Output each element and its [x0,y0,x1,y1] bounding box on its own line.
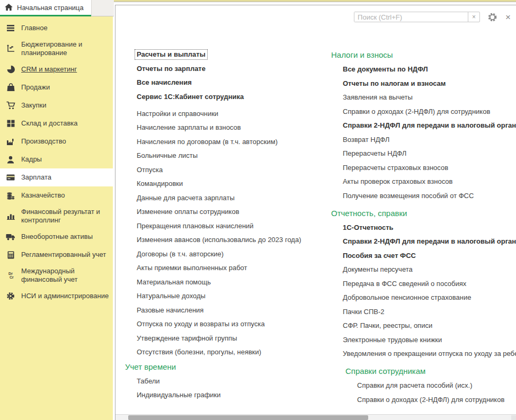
person-icon [0,156,21,164]
menu-item[interactable]: Натуральные доходы [137,292,334,300]
sidebar-item-label: Бюджетирование и планирование [21,40,110,57]
menu-item[interactable]: Справки о доходах (2-НДФЛ) для сотрудник… [357,396,516,404]
sidebar-item-admin[interactable]: НСИ и администрирование [0,287,113,305]
menu-item[interactable]: Перерасчеты НДФЛ [343,149,516,158]
pie-chart-icon [0,65,21,74]
settings-gear-button[interactable] [487,12,497,22]
menu-item[interactable]: Больничные листы [137,151,334,160]
sidebar-item-label: Склад и доставка [21,119,78,128]
group-title[interactable]: Налоги и взносы [331,50,516,60]
group-title[interactable]: Учет времени [125,362,334,372]
menu-item[interactable]: Акты приемки выполненных работ [137,264,334,272]
menu-item[interactable]: Справки 2-НДФЛ для передачи в налоговый … [343,237,516,246]
menu-item[interactable]: 1С-Отчетность [343,224,516,232]
section-menu-panel: × × Расчеты и выплаты Отчеты по зарплате… [115,5,516,420]
sidebar-item-regulated[interactable]: Регламентированный учет [0,246,113,264]
group-title[interactable]: Справки сотрудникам [345,367,516,376]
menu-item[interactable]: Разовые начисления [137,306,334,315]
sidebar-item-main[interactable]: Главное [0,19,113,37]
menu-column-left: Расчеты и выплаты Отчеты по зарплате Все… [125,50,334,405]
menu-item[interactable]: Электронные трудовые книжки [343,336,516,344]
menu-group-reports: Отчетность, справки 1С-Отчетность Справк… [331,209,516,359]
tab-home[interactable]: Начальная страница [0,0,91,16]
horizontal-scrollbar[interactable] [115,414,516,420]
menu-group-certificates: Справки сотрудникам Справки для расчета … [345,367,516,404]
sidebar-item-warehouse[interactable]: Склад и доставка [0,114,113,132]
menu-item[interactable]: Прекращения плановых начислений [137,222,334,230]
menu-item[interactable]: Документы персучета [343,265,516,274]
bar-chart-icon [0,212,21,220]
menu-group-taxes: Налоги и взносы Все документы по НДФЛ От… [331,50,516,200]
menu-item[interactable]: Материальная помощь [137,278,334,287]
truck-icon [0,233,21,240]
menu-item[interactable]: Акты проверок страховых взносов [343,177,516,186]
menu-item[interactable]: Справки для расчета пособий (исх.) [357,381,516,390]
sections-sidebar: Главное Бюджетирование и планирование CR… [0,16,113,420]
menu-item[interactable]: Все начисления [137,78,334,87]
menu-item[interactable]: Пачки СПВ-2 [343,308,516,316]
menu-item[interactable]: Расчеты и выплаты [137,50,334,59]
menu-item[interactable]: Справки 2-НДФЛ для передачи в налоговый … [343,121,516,130]
menu-item[interactable]: Начисление зарплаты и взносов [137,123,334,132]
sidebar-item-budgeting[interactable]: Бюджетирование и планирование [0,37,113,60]
menu-item[interactable]: Отчеты по налогам и взносам [343,79,516,88]
budget-chart-icon [0,44,21,53]
sidebar-item-ifrs[interactable]: Dr Cr Международный финансовый учет [0,264,113,287]
close-button[interactable]: × [505,13,511,22]
sidebar-item-label: Финансовый результат и контроллинг [21,208,110,225]
search-input[interactable] [354,12,468,22]
calculator-icon [0,251,21,259]
sidebar-item-finresult[interactable]: Финансовый результат и контроллинг [0,204,113,228]
sidebar-item-purchases[interactable]: Закупки [0,96,113,114]
menu-item[interactable]: Перерасчеты страховых взносов [343,164,516,172]
window-top-strip [114,0,516,2]
sidebar-item-assets[interactable]: Внеоборотные активы [0,228,113,246]
bag-icon [0,83,21,92]
menu-item[interactable]: Передача в ФСС сведений о пособиях [343,280,516,288]
menu-item[interactable]: Изменения авансов (использовались до 202… [137,236,334,244]
sidebar-item-label: НСИ и администрирование [21,292,109,300]
sidebar-item-sales[interactable]: Продажи [0,78,113,96]
sidebar-item-hr[interactable]: Кадры [0,150,113,168]
scrollbar-thumb[interactable] [128,415,368,420]
menu-item[interactable]: Сервис 1С:Кабинет сотрудника [137,93,334,101]
dr-cr-icon: Dr Cr [0,272,21,279]
sidebar-item-salary[interactable]: Зарплата [0,168,113,186]
sidebar-item-label: Закупки [21,101,46,110]
menu-item[interactable]: Командировки [137,180,334,188]
sidebar-item-crm[interactable]: CRM и маркетинг [0,60,113,78]
menu-item[interactable]: СФР. Пачки, реестры, описи [343,321,516,330]
menu-item[interactable]: Все документы по НДФЛ [343,65,516,74]
sidebar-item-label: Международный финансовый учет [21,267,110,284]
sidebar-item-label: Внеоборотные активы [21,233,93,241]
gear-icon [0,292,21,300]
menu-item[interactable]: Отпуска по уходу и возвраты из отпуска [137,320,334,328]
search-clear-button[interactable]: × [468,12,479,22]
menu-item[interactable]: Индивидуальные графики [137,391,334,399]
menu-item[interactable]: Уведомления о прекращении отпуска по ухо… [343,350,516,358]
menu-item[interactable]: Заявления на вычеты [343,93,516,102]
tab-home-label: Начальная страница [17,4,84,12]
menu-item[interactable]: Возврат НДФЛ [343,136,516,144]
menu-item[interactable]: Отсутствия (болезни, прогулы, неявки) [137,348,334,356]
menu-item[interactable]: Данные для расчета зарплаты [137,194,334,202]
menu-item[interactable]: Отпуска [137,166,334,174]
cart-icon [0,101,21,110]
menu-item[interactable]: Получение возмещения пособий от ФСС [343,192,516,200]
menu-item[interactable]: Отчеты по зарплате [137,65,334,73]
tab-bar: Начальная страница [0,0,114,16]
menu-item[interactable]: Справки о доходах (2-НДФЛ) для сотрудник… [343,108,516,116]
menu-item[interactable]: Изменение оплаты сотрудников [137,208,334,216]
menu-item[interactable]: Настройки и справочники [137,110,334,118]
sidebar-item-treasury[interactable]: Казначейство [0,186,113,204]
sidebar-item-production[interactable]: Производство [0,132,113,150]
menu-item[interactable]: Утверждение тарифной группы [137,334,334,343]
scrollbar-right-button[interactable] [511,415,516,420]
menu-item[interactable]: Начисления по договорам (в т.ч. авторски… [137,138,334,146]
menu-item[interactable]: Табели [137,377,334,386]
menu-item[interactable]: Пособия за счет ФСС [343,252,516,260]
panel-toolbar: × × [354,12,513,22]
group-title[interactable]: Отчетность, справки [331,209,516,218]
menu-item[interactable]: Добровольное пенсионное страхование [343,293,516,302]
menu-item[interactable]: Договоры (в т.ч. авторские) [137,250,334,258]
